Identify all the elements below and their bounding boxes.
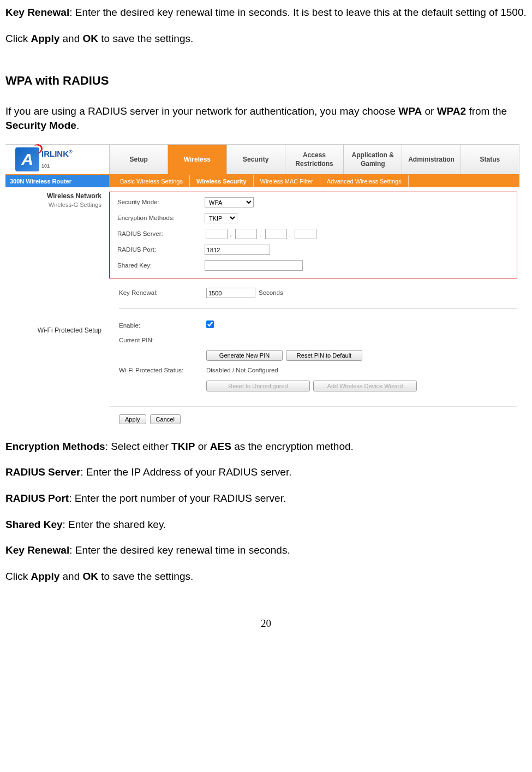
model-label: 300N Wireless Router xyxy=(5,175,109,187)
shared-key-input[interactable] xyxy=(205,260,303,271)
paragraph-shared-key: Shared Key: Enter the shared key. xyxy=(5,518,527,532)
wps-enable-checkbox[interactable] xyxy=(206,320,214,328)
paragraph-key-renewal-1: Key Renewal: Enter the desired key renew… xyxy=(5,5,527,20)
paragraph-apply-1: Click Apply and OK to save the settings. xyxy=(5,32,527,46)
tab-setup[interactable]: Setup xyxy=(109,145,168,174)
label-enable: Enable: xyxy=(119,322,206,330)
radius-port-input[interactable] xyxy=(205,245,270,255)
encryption-select[interactable]: TKIP xyxy=(205,213,237,223)
paragraph-apply-2: Click Apply and OK to save the settings. xyxy=(5,569,527,584)
add-wireless-wizard-button[interactable]: Add Wireless Device Wizard xyxy=(313,381,417,391)
page-number: 20 xyxy=(5,616,527,631)
security-mode-select[interactable]: WPA xyxy=(205,197,254,207)
tab-security[interactable]: Security xyxy=(226,145,285,174)
radius-ip-3[interactable] xyxy=(265,229,287,239)
side-sub-wirelessg: Wireless-G Settings xyxy=(5,201,101,209)
tab-access-restrictions[interactable]: Access Restrictions xyxy=(285,145,343,174)
label-wps-status: Wi-Fi Protected Status: xyxy=(119,366,206,375)
paragraph-radius-port: RADIUS Port: Enter the port number of yo… xyxy=(5,491,527,506)
section-heading-wpa-radius: WPA with RADIUS xyxy=(5,73,527,89)
logo-text: IRLINK® 101 xyxy=(41,149,73,171)
paragraph-key-renewal-2: Key Renewal: Enter the desired key renew… xyxy=(5,543,527,557)
side-section-wps: Wi-Fi Protected Setup xyxy=(5,326,101,335)
label-radius-server: RADIUS Server: xyxy=(117,230,205,239)
sub-tabs-row: 300N Wireless Router Basic Wireless Sett… xyxy=(5,175,519,187)
tab-administration[interactable]: Administration xyxy=(402,145,460,174)
highlight-box: Security Mode: WPA Encryption Methods: T… xyxy=(109,192,517,278)
apply-button[interactable]: Apply xyxy=(119,414,146,424)
logo-icon: A xyxy=(15,147,39,171)
subtab-security[interactable]: Wireless Security xyxy=(190,175,254,187)
side-section-wireless-network: Wireless Network xyxy=(5,192,101,200)
label-security-mode: Security Mode: xyxy=(117,198,205,207)
subtab-basic[interactable]: Basic Wireless Settings xyxy=(113,175,190,187)
main-tabs-row: A IRLINK® 101 Setup Wireless Security Ac… xyxy=(5,144,519,175)
divider xyxy=(119,308,517,309)
paragraph-radius-intro: If you are using a RADIUS server in your… xyxy=(5,104,527,132)
tab-status[interactable]: Status xyxy=(461,145,519,174)
key-renewal-input[interactable] xyxy=(206,288,255,298)
wps-status-value: Disabled / Not Configured xyxy=(206,366,278,375)
radius-ip-4[interactable] xyxy=(295,229,316,239)
paragraph-radius-server: RADIUS Server: Enter the IP Address of y… xyxy=(5,465,527,479)
router-ui-screenshot: A IRLINK® 101 Setup Wireless Security Ac… xyxy=(5,144,519,426)
label-encryption: Encryption Methods: xyxy=(117,214,205,223)
radius-ip-2[interactable] xyxy=(235,229,257,239)
subtab-advanced[interactable]: Advanced Wireless Settings xyxy=(320,175,409,187)
subtab-macfilter[interactable]: Wireless MAC Filter xyxy=(254,175,320,187)
reset-unconfigured-button[interactable]: Reset to Unconfigured xyxy=(206,381,310,391)
label-shared-key: Shared Key: xyxy=(117,262,205,270)
cancel-button[interactable]: Cancel xyxy=(150,414,181,424)
label-current-pin: Current PIN: xyxy=(119,336,206,345)
key-renewal-unit: Seconds xyxy=(259,289,283,298)
paragraph-encryption-methods: Encryption Methods: Select either TKIP o… xyxy=(5,440,527,454)
generate-pin-button[interactable]: Generate New PIN xyxy=(206,350,283,361)
label-key-renewal: Key Renewal: xyxy=(119,289,206,298)
tab-app-gaming[interactable]: Application & Gaming xyxy=(343,145,402,174)
radius-ip-1[interactable] xyxy=(206,229,228,239)
logo: A IRLINK® 101 xyxy=(5,145,109,174)
reset-pin-button[interactable]: Reset PIN to Default xyxy=(286,350,362,361)
label-radius-port: RADIUS Port: xyxy=(117,246,205,254)
tab-wireless[interactable]: Wireless xyxy=(168,145,226,174)
